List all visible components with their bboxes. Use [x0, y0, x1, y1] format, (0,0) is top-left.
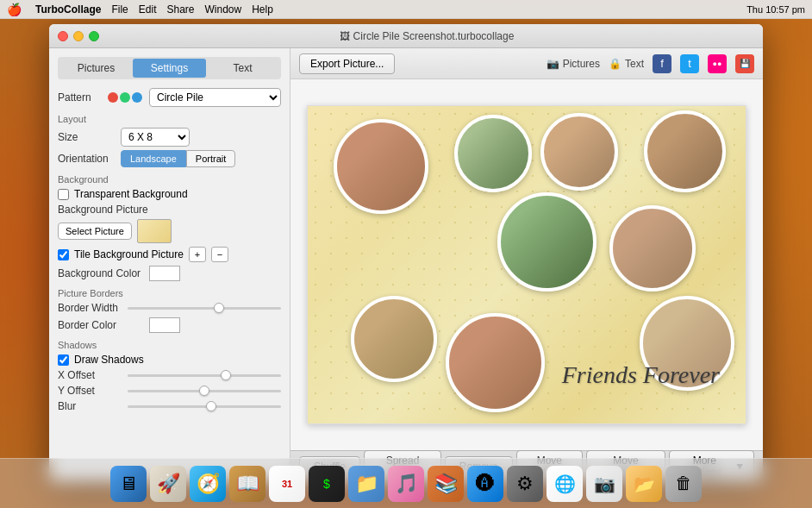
y-offset-slider[interactable]	[128, 390, 281, 392]
transparent-label: Transparent Background	[74, 188, 188, 200]
tab-pictures[interactable]: Pictures	[59, 59, 133, 78]
maximize-button[interactable]	[89, 31, 99, 41]
canvas-area: Friends Forever	[290, 79, 763, 450]
portrait-button[interactable]: Portrait	[186, 150, 235, 167]
collage-canvas[interactable]: Friends Forever	[307, 105, 746, 424]
tile-checkbox[interactable]	[58, 249, 69, 260]
left-panel: Pictures Settings Text Pattern Circle Pi…	[49, 48, 290, 481]
dock-trash[interactable]: 🗑	[665, 466, 702, 502]
x-offset-label: X Offset	[58, 369, 122, 381]
menu-share[interactable]: Share	[166, 3, 194, 16]
dock-finder[interactable]: 🖥	[110, 466, 147, 502]
circle-photo-8[interactable]	[351, 296, 437, 382]
circle-photo-9[interactable]	[446, 313, 545, 412]
dock-turbocollage[interactable]: 📁	[348, 466, 384, 502]
draw-shadows-label: Draw Shadows	[74, 354, 144, 366]
bg-color-swatch[interactable]	[149, 266, 180, 281]
facebook-button[interactable]: f	[653, 54, 671, 73]
border-width-row: Border Width	[58, 302, 281, 314]
size-select[interactable]: 6 X 8	[121, 128, 190, 147]
menu-window[interactable]: Window	[205, 3, 242, 16]
border-width-label: Border Width	[58, 302, 122, 314]
dock-books[interactable]: 📚	[428, 466, 464, 502]
draw-shadows-checkbox[interactable]	[58, 354, 69, 366]
menubar: 🍎 TurboCollage File Edit Share Window He…	[0, 0, 812, 19]
landscape-button[interactable]: Landscape	[121, 150, 186, 167]
borders-section-label: Picture Borders	[58, 288, 281, 298]
transparent-row: Transparent Background	[58, 188, 281, 200]
pattern-row: Pattern Circle Pile	[58, 88, 281, 107]
right-panel: Export Picture... 📷 Pictures 🔒 Text f t …	[290, 48, 763, 481]
circle-photo-2[interactable]	[454, 115, 532, 192]
dock-files[interactable]: 📂	[626, 466, 662, 502]
flickr-button[interactable]: ●●	[708, 54, 727, 73]
blur-slider[interactable]	[128, 405, 281, 408]
app-name[interactable]: TurboCollage	[35, 3, 101, 16]
draw-shadows-row: Draw Shadows	[58, 354, 281, 366]
transparent-checkbox[interactable]	[58, 189, 69, 200]
y-offset-label: Y Offset	[58, 385, 122, 397]
size-label: Size	[58, 131, 114, 143]
layout-section-label: Layout	[58, 114, 281, 124]
blur-row: Blur	[58, 400, 281, 412]
circle-photo-6[interactable]	[609, 205, 696, 292]
dot-green	[120, 92, 130, 103]
camera-icon: 📷	[547, 58, 559, 70]
file-icon: 🖼	[340, 30, 350, 42]
circle-photo-5[interactable]	[497, 192, 597, 292]
border-width-slider[interactable]	[128, 307, 281, 310]
size-row: Size 6 X 8	[58, 128, 281, 147]
tile-add-button[interactable]: +	[189, 247, 206, 262]
dock-safari[interactable]: 🧭	[190, 466, 226, 502]
dot-red	[108, 92, 118, 103]
twitter-button[interactable]: t	[680, 54, 699, 73]
dock-photos[interactable]: 📷	[586, 466, 622, 502]
pattern-select[interactable]: Circle Pile	[149, 88, 281, 107]
dock: 🖥 🚀 🧭 📖 31 $ 📁 🎵 📚 🅐 ⚙ 🌐 📷 📂 🗑	[0, 458, 812, 508]
menu-help[interactable]: Help	[252, 3, 273, 16]
blur-label: Blur	[58, 400, 122, 412]
tab-text[interactable]: Text	[206, 59, 279, 78]
menu-file[interactable]: File	[111, 3, 128, 16]
dock-systemprefs[interactable]: ⚙	[507, 466, 543, 502]
dock-launchpad[interactable]: 🚀	[150, 466, 186, 502]
dock-itunes[interactable]: 🎵	[388, 466, 424, 502]
circle-photo-1[interactable]	[334, 119, 428, 214]
tab-settings[interactable]: Settings	[133, 59, 206, 78]
pattern-label: Pattern	[58, 91, 101, 103]
text-tab-right[interactable]: 🔒 Text	[609, 58, 644, 70]
main-window: 🖼 Circle Pile Screenshot.turbocollage Pi…	[49, 24, 763, 481]
orientation-buttons: Landscape Portrait	[121, 150, 235, 167]
background-section-label: Background	[58, 174, 281, 185]
toolbar-right: 📷 Pictures 🔒 Text f t ●● 💾	[547, 54, 754, 73]
apple-menu[interactable]: 🍎	[7, 3, 22, 16]
dock-terminal[interactable]: $	[309, 466, 345, 502]
close-button[interactable]	[58, 31, 68, 41]
minimize-button[interactable]	[73, 31, 84, 41]
tile-label: Tile Background Picture	[74, 248, 184, 260]
menubar-time: Thu 10:57 pm	[746, 4, 805, 15]
tile-row: Tile Background Picture + −	[58, 247, 281, 262]
dock-contacts[interactable]: 📖	[229, 466, 265, 502]
border-color-swatch[interactable]	[149, 317, 180, 333]
tab-bar: Pictures Settings Text	[58, 57, 281, 79]
menu-edit[interactable]: Edit	[139, 3, 157, 16]
orientation-label: Orientation	[58, 153, 114, 165]
export-button[interactable]: Export Picture...	[299, 53, 395, 74]
circle-photo-4[interactable]	[644, 110, 726, 192]
bg-picture-label: Background Picture	[58, 204, 148, 216]
dock-chrome[interactable]: 🌐	[547, 466, 583, 502]
dock-appstore[interactable]: 🅐	[467, 466, 503, 502]
dock-calendar[interactable]: 31	[269, 466, 305, 502]
border-color-row: Border Color	[58, 317, 281, 333]
x-offset-row: X Offset	[58, 369, 281, 381]
save-button[interactable]: 💾	[735, 54, 754, 73]
traffic-lights	[58, 31, 99, 41]
tile-remove-button[interactable]: −	[211, 247, 228, 262]
circle-photo-3[interactable]	[540, 113, 618, 191]
select-picture-row: Select Picture	[58, 219, 281, 243]
dot-blue	[132, 92, 142, 103]
x-offset-slider[interactable]	[128, 374, 281, 377]
pictures-tab-right[interactable]: 📷 Pictures	[547, 58, 600, 70]
select-picture-button[interactable]: Select Picture	[58, 223, 132, 240]
